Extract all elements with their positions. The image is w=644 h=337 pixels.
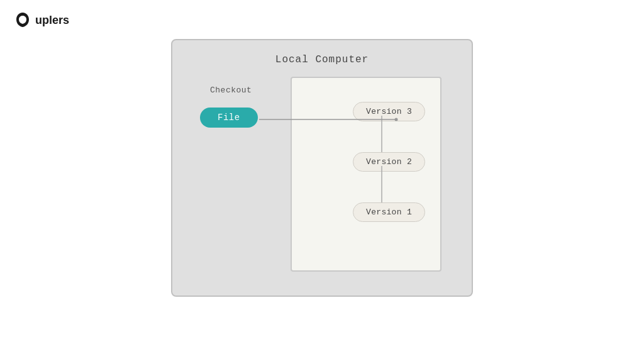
version-2-pill: Version 2 <box>353 152 425 172</box>
header: uplers <box>14 11 69 29</box>
version-1-pill: Version 1 <box>353 202 425 222</box>
uplers-logo-icon <box>14 11 31 29</box>
version-database-box: Version 3 Version 2 Version 1 <box>291 77 441 272</box>
outer-box-title: Local Computer <box>172 40 472 65</box>
checkout-label: Checkout <box>210 86 252 95</box>
version-3-pill: Version 3 <box>353 102 425 121</box>
file-button[interactable]: File <box>200 108 258 128</box>
outer-box: Local Computer Checkout Version Database… <box>171 39 473 297</box>
logo-text: uplers <box>35 14 69 27</box>
diagram-wrapper: Local Computer Checkout Version Database… <box>171 39 473 297</box>
